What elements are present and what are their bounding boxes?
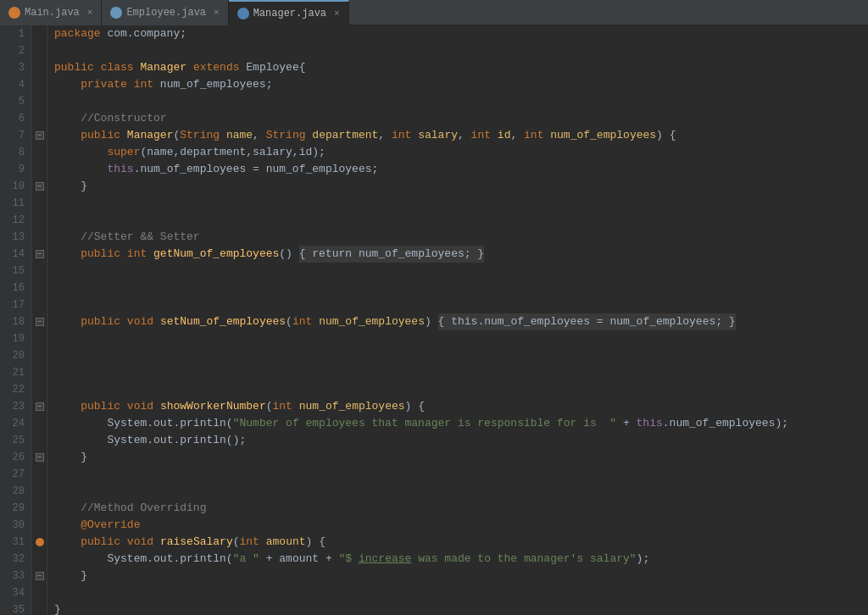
code-token-plain (54, 246, 81, 263)
code-line-4: private int num_of_employees; (54, 76, 868, 93)
code-line-6: //Constructor (54, 110, 868, 127)
code-line-5 (54, 93, 868, 110)
line-number-4: 4 (7, 76, 25, 93)
code-token-plain: ) { (405, 398, 425, 415)
code-line-22 (54, 381, 868, 398)
fold-icon-18[interactable]: − (36, 318, 44, 326)
gutter-line-4 (32, 76, 47, 93)
code-token-kw: int (127, 246, 147, 263)
code-token-kw: class (101, 59, 134, 76)
code-token-plain: + amount + (259, 551, 339, 568)
tab-manager[interactable]: Manager.java× (229, 0, 349, 25)
code-line-3: public class Manager extends Employee{ (54, 59, 868, 76)
tab-main[interactable]: Main.java× (0, 0, 102, 25)
code-token-cls: System (107, 432, 147, 449)
line-number-14: 14 (7, 246, 25, 263)
line-number-10: 10 (7, 178, 25, 195)
fold-icon-23[interactable]: − (36, 402, 44, 411)
code-line-35: } (54, 601, 868, 615)
tab-close-manager[interactable]: × (334, 8, 340, 19)
gutter-line-28 (32, 483, 47, 500)
gutter-line-32 (32, 551, 47, 568)
code-line-21 (54, 364, 868, 381)
code-token-param: id (498, 127, 511, 144)
code-line-28 (54, 483, 868, 500)
code-token-plain: , (378, 127, 392, 144)
tab-icon-manager (237, 8, 249, 19)
fold-icon-33[interactable]: − (36, 572, 44, 580)
code-token-plain (54, 144, 107, 161)
code-area: package com.company; public class Manage… (47, 25, 868, 615)
gutter-line-9 (32, 161, 47, 178)
code-token-plain (292, 398, 299, 415)
code-token-plain (239, 59, 246, 76)
code-token-plain (153, 398, 160, 415)
gutter-line-8 (32, 144, 47, 161)
code-token-plain: ) { (656, 127, 676, 144)
code-token-underline: increase (359, 551, 411, 568)
code-token-plain: , (510, 127, 524, 144)
fold-icon-26[interactable]: − (36, 453, 44, 462)
code-token-plain: , (253, 127, 266, 144)
code-token-str: was made to the manager's salary" (411, 551, 636, 568)
line-number-35: 35 (7, 601, 25, 615)
code-token-plain (54, 432, 107, 449)
code-token-plain (134, 59, 141, 76)
line-number-11: 11 (7, 195, 25, 212)
code-line-25: System.out.println(); (54, 432, 868, 449)
code-line-20 (54, 347, 868, 364)
gutter-line-10: − (32, 178, 47, 195)
code-token-fn: raiseSalary (160, 534, 233, 551)
code-token-plain (54, 161, 107, 178)
line-number-25: 25 (7, 432, 25, 449)
code-token-hl: { this.num_of_employees = num_of_employe… (438, 313, 736, 330)
code-line-34 (54, 585, 868, 601)
line-number-33: 33 (7, 568, 25, 585)
line-number-19: 19 (7, 330, 25, 347)
code-token-plain: + (616, 415, 636, 432)
tab-close-employee[interactable]: × (214, 8, 220, 18)
fold-icon-7[interactable]: − (36, 131, 44, 140)
code-token-cls: String (180, 127, 220, 144)
fold-icon-10[interactable]: − (36, 182, 44, 191)
code-token-plain: .num_of_employees = num_of_employees; (134, 161, 379, 178)
code-token-kw: int (471, 127, 491, 144)
code-token-hl: { return num_of_employees; } (299, 246, 484, 263)
fold-icon-14[interactable]: − (36, 250, 44, 258)
code-token-plain (54, 76, 81, 93)
code-token-kw: void (127, 398, 153, 415)
code-token-fn: showWorkerNumber (160, 398, 266, 415)
tab-icon-main (8, 7, 20, 19)
code-token-plain (186, 59, 193, 76)
gutter-line-30 (32, 517, 47, 534)
code-token-plain: (name,department,salary,id); (140, 144, 325, 161)
tab-close-main[interactable]: × (87, 8, 93, 18)
code-token-plain (543, 127, 550, 144)
gutter-line-33: − (32, 568, 47, 585)
tab-employee[interactable]: Employee.java× (102, 0, 228, 25)
code-token-kw2: this (107, 161, 133, 178)
gutter-line-22 (32, 381, 47, 398)
code-token-cls: System (107, 415, 147, 432)
gutter-line-11 (32, 195, 47, 212)
code-line-27 (54, 466, 868, 483)
editor: 1234567891011121314151617181920212223242… (0, 25, 868, 615)
code-token-param: amount (266, 534, 306, 551)
line-number-8: 8 (7, 144, 25, 161)
gutter-line-17 (32, 296, 47, 313)
code-token-plain: , (458, 127, 471, 144)
code-line-23: public void showWorkerNumber(int num_of_… (54, 398, 868, 415)
gutter-line-3 (32, 59, 47, 76)
code-line-19 (54, 330, 868, 347)
gutter-line-15 (32, 263, 47, 280)
code-token-plain: . (147, 415, 153, 432)
line-number-26: 26 (7, 449, 25, 466)
code-token-kw: int (134, 76, 153, 93)
code-token-plain (54, 313, 81, 330)
code-token-kw: int (392, 127, 411, 144)
code-token-fn: out (153, 551, 173, 568)
gutter-line-12 (32, 212, 47, 229)
code-token-plain (220, 127, 226, 144)
line-number-27: 27 (7, 466, 25, 483)
gutter-line-26: − (32, 449, 47, 466)
